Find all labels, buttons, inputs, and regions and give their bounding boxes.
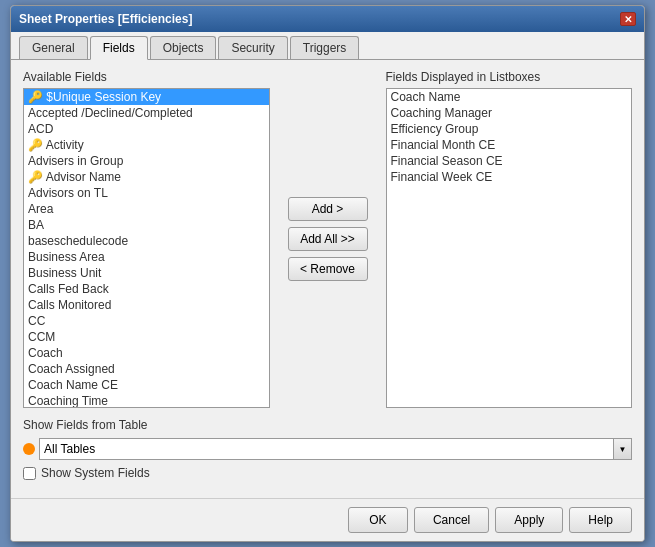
list-item[interactable]: 🔑 $Unique Session Key xyxy=(24,89,269,105)
list-item[interactable]: Efficiency Group xyxy=(387,121,632,137)
dropdown-wrapper: All Tables ▼ xyxy=(23,438,632,460)
bottom-section: Show Fields from Table All Tables ▼ Show… xyxy=(23,418,632,480)
key-icon: 🔑 xyxy=(28,138,46,152)
show-system-fields-label[interactable]: Show System Fields xyxy=(41,466,150,480)
window-title: Sheet Properties [Efficiencies] xyxy=(19,12,192,26)
list-item[interactable]: Coaching Manager xyxy=(387,105,632,121)
dollar-icon: 🔑 xyxy=(28,90,46,104)
remove-button[interactable]: < Remove xyxy=(288,257,368,281)
panels-row: Available Fields 🔑 $Unique Session Key A… xyxy=(23,70,632,408)
available-fields-inner[interactable]: 🔑 $Unique Session Key Accepted /Declined… xyxy=(24,89,269,407)
tab-triggers[interactable]: Triggers xyxy=(290,36,360,59)
available-fields-list: 🔑 $Unique Session Key Accepted /Declined… xyxy=(23,88,270,408)
list-item[interactable]: Financial Season CE xyxy=(387,153,632,169)
content-area: Available Fields 🔑 $Unique Session Key A… xyxy=(11,60,644,498)
list-item[interactable]: Business Unit xyxy=(24,265,269,281)
list-item[interactable]: 🔑 Advisor Name xyxy=(24,169,269,185)
list-item[interactable]: Coach xyxy=(24,345,269,361)
tab-general[interactable]: General xyxy=(19,36,88,59)
list-item[interactable]: CC xyxy=(24,313,269,329)
cancel-button[interactable]: Cancel xyxy=(414,507,489,533)
list-item[interactable]: baseschedulecode xyxy=(24,233,269,249)
list-item[interactable]: BA xyxy=(24,217,269,233)
tab-security[interactable]: Security xyxy=(218,36,287,59)
show-fields-label: Show Fields from Table xyxy=(23,418,148,432)
list-item[interactable]: Area xyxy=(24,201,269,217)
left-panel: Available Fields 🔑 $Unique Session Key A… xyxy=(23,70,270,408)
list-item[interactable]: Calls Monitored xyxy=(24,297,269,313)
footer-buttons: OK Cancel Apply Help xyxy=(11,498,644,541)
list-item[interactable]: Calls Fed Back xyxy=(24,281,269,297)
fields-displayed-label: Fields Displayed in Listboxes xyxy=(386,70,633,84)
dropdown-container[interactable]: All Tables ▼ xyxy=(39,438,632,460)
dropdown-arrow-icon[interactable]: ▼ xyxy=(613,439,631,459)
list-item[interactable]: Advisors on TL xyxy=(24,185,269,201)
tabs-bar: General Fields Objects Security Triggers xyxy=(11,32,644,60)
list-item[interactable]: Advisers in Group xyxy=(24,153,269,169)
add-all-button[interactable]: Add All >> xyxy=(288,227,368,251)
list-item[interactable]: Financial Week CE xyxy=(387,169,632,185)
dropdown-value: All Tables xyxy=(40,442,613,456)
list-item[interactable]: ACD xyxy=(24,121,269,137)
ok-button[interactable]: OK xyxy=(348,507,408,533)
checkbox-row: Show System Fields xyxy=(23,466,632,480)
tab-fields[interactable]: Fields xyxy=(90,36,148,60)
tab-objects[interactable]: Objects xyxy=(150,36,217,59)
list-item[interactable]: Coach Name xyxy=(387,89,632,105)
main-window: Sheet Properties [Efficiencies] ✕ Genera… xyxy=(10,5,645,542)
list-item[interactable]: Coaching Time xyxy=(24,393,269,407)
orange-dot-icon xyxy=(23,443,35,455)
list-item[interactable]: Financial Month CE xyxy=(387,137,632,153)
close-button[interactable]: ✕ xyxy=(620,12,636,26)
available-fields-label: Available Fields xyxy=(23,70,270,84)
list-item[interactable]: CCM xyxy=(24,329,269,345)
show-fields-row: Show Fields from Table xyxy=(23,418,632,432)
right-panel: Fields Displayed in Listboxes Coach Name… xyxy=(386,70,633,408)
help-button[interactable]: Help xyxy=(569,507,632,533)
fields-displayed-list: Coach Name Coaching Manager Efficiency G… xyxy=(386,88,633,408)
add-button[interactable]: Add > xyxy=(288,197,368,221)
list-item[interactable]: 🔑 Activity xyxy=(24,137,269,153)
list-item[interactable]: Coach Name CE xyxy=(24,377,269,393)
middle-buttons: Add > Add All >> < Remove xyxy=(280,70,376,408)
list-item[interactable]: Accepted /Declined/Completed xyxy=(24,105,269,121)
fields-displayed-inner[interactable]: Coach Name Coaching Manager Efficiency G… xyxy=(387,89,632,407)
show-system-fields-checkbox[interactable] xyxy=(23,467,36,480)
title-bar: Sheet Properties [Efficiencies] ✕ xyxy=(11,6,644,32)
apply-button[interactable]: Apply xyxy=(495,507,563,533)
list-item[interactable]: Coach Assigned xyxy=(24,361,269,377)
list-item[interactable]: Business Area xyxy=(24,249,269,265)
key-icon: 🔑 xyxy=(28,170,46,184)
